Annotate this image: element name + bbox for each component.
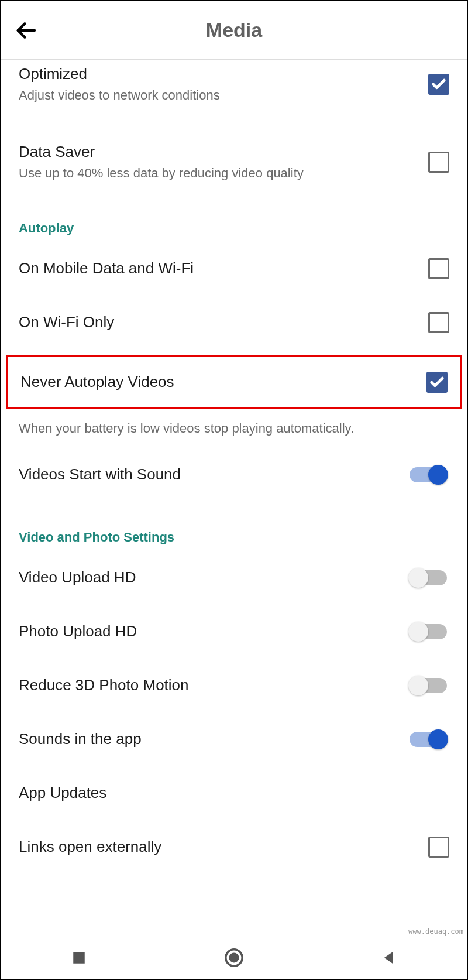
row-title: On Mobile Data and Wi-Fi: [19, 259, 417, 279]
row-title: Sounds in the app: [19, 729, 395, 749]
nav-recent-button[interactable]: [65, 944, 93, 972]
row-videos-sound[interactable]: Videos Start with Sound: [1, 448, 467, 502]
checkbox-on-wifi-only[interactable]: [428, 312, 449, 333]
row-title: App Updates: [19, 783, 438, 803]
section-autoplay: Autoplay: [1, 210, 467, 242]
row-subtitle: Use up to 40% less data by reducing vide…: [19, 165, 417, 182]
svg-point-3: [229, 952, 239, 962]
watermark: www.deuaq.com: [408, 927, 463, 936]
row-title: Video Upload HD: [19, 568, 395, 588]
settings-list: Optimized Adjust videos to network condi…: [1, 60, 467, 874]
toggle-video-upload-hd[interactable]: [407, 567, 449, 589]
row-sounds-in-app[interactable]: Sounds in the app: [1, 712, 467, 766]
circle-icon: [224, 948, 244, 968]
system-navbar: [1, 936, 467, 979]
triangle-back-icon: [381, 950, 397, 966]
toggle-videos-sound[interactable]: [407, 464, 449, 486]
autoplay-battery-info: When your battery is low videos stop pla…: [1, 409, 467, 448]
checkbox-links-external[interactable]: [428, 837, 449, 858]
checkbox-never-autoplay[interactable]: [426, 372, 448, 393]
svg-rect-1: [73, 952, 85, 964]
row-title: Videos Start with Sound: [19, 465, 395, 485]
toggle-reduce-3d[interactable]: [407, 674, 449, 697]
row-title: Photo Upload HD: [19, 622, 395, 642]
row-video-upload-hd[interactable]: Video Upload HD: [1, 551, 467, 605]
row-title: Data Saver: [19, 142, 417, 162]
row-data-saver[interactable]: Data Saver Use up to 40% less data by re…: [1, 132, 467, 192]
nav-home-button[interactable]: [220, 944, 248, 972]
svg-marker-4: [384, 951, 393, 964]
row-title: On Wi-Fi Only: [19, 313, 417, 333]
row-links-external[interactable]: Links open externally: [1, 820, 467, 874]
section-video-photo: Video and Photo Settings: [1, 519, 467, 551]
check-icon: [429, 374, 445, 390]
square-icon: [71, 950, 87, 965]
row-never-autoplay[interactable]: Never Autoplay Videos: [6, 355, 462, 409]
checkbox-on-mobile-wifi[interactable]: [428, 258, 449, 279]
checkbox-optimized[interactable]: [428, 74, 449, 95]
row-title: Reduce 3D Photo Motion: [19, 676, 395, 695]
row-reduce-3d[interactable]: Reduce 3D Photo Motion: [1, 659, 467, 712]
toggle-sounds-in-app[interactable]: [407, 728, 449, 751]
row-title: Optimized: [19, 64, 417, 84]
row-optimized[interactable]: Optimized Adjust videos to network condi…: [1, 60, 467, 114]
row-app-updates[interactable]: App Updates: [1, 766, 467, 820]
back-arrow-icon: [14, 19, 37, 42]
app-header: Media: [1, 1, 467, 60]
back-button[interactable]: [12, 16, 40, 44]
toggle-photo-upload-hd[interactable]: [407, 621, 449, 643]
row-on-wifi-only[interactable]: On Wi-Fi Only: [1, 296, 467, 349]
row-title: Never Autoplay Videos: [20, 372, 415, 392]
check-icon: [431, 76, 447, 92]
row-photo-upload-hd[interactable]: Photo Upload HD: [1, 605, 467, 659]
row-subtitle: Adjust videos to network conditions: [19, 87, 417, 104]
page-title: Media: [1, 19, 467, 42]
nav-back-button[interactable]: [375, 944, 403, 972]
checkbox-data-saver[interactable]: [428, 152, 449, 173]
row-on-mobile-wifi[interactable]: On Mobile Data and Wi-Fi: [1, 242, 467, 296]
row-title: Links open externally: [19, 837, 417, 857]
